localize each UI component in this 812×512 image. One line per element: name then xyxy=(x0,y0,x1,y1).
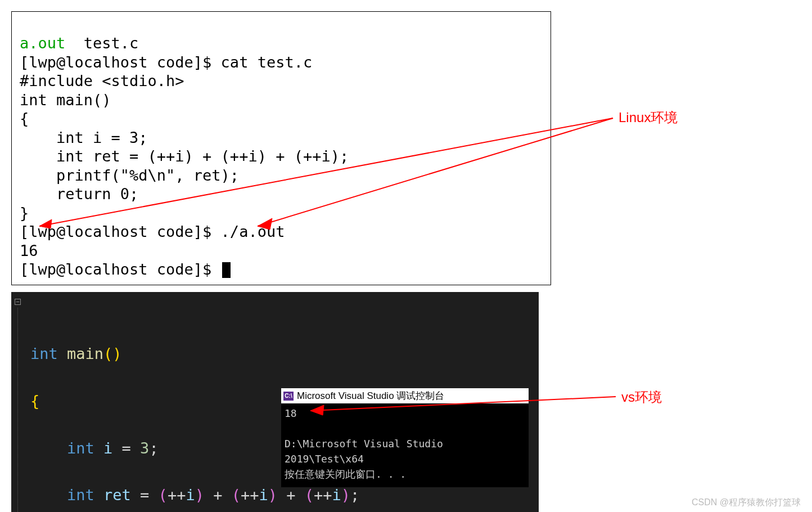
src-include: #include <stdio.h> xyxy=(20,72,184,89)
cursor-icon xyxy=(222,262,231,278)
fold-line xyxy=(17,308,18,512)
prompt-idle: [lwp@localhost code]$ xyxy=(20,261,221,278)
linux-terminal: a.out test.c [lwp@localhost code]$ cat t… xyxy=(11,11,551,285)
ide-line-sig: int main() xyxy=(11,342,539,366)
watermark: CSDN @程序猿教你打篮球 xyxy=(692,497,801,509)
src-decl-ret: int ret = (++i) + (++i) + (++i); xyxy=(20,147,349,165)
vs-press-key: 按任意键关闭此窗口. . . xyxy=(285,468,406,480)
src-return: return 0; xyxy=(20,185,138,203)
ls-aout: a.out xyxy=(20,34,65,52)
label-vs-env: vs环境 xyxy=(621,388,662,406)
src-main: int main() xyxy=(20,91,111,109)
vs-path: D:\Microsoft Visual Studio 2019\Test\x64 xyxy=(285,438,449,465)
vs-console-titlebar: C:\ Microsoft Visual Studio 调试控制台 xyxy=(281,388,529,403)
prompt-run: [lwp@localhost code]$ ./a.out xyxy=(20,223,285,240)
ls-testc: test.c xyxy=(84,34,139,52)
vs-console-body: 18 D:\Microsoft Visual Studio 2019\Test\… xyxy=(281,403,529,487)
src-brace-close: } xyxy=(20,204,29,222)
fold-minus-icon[interactable] xyxy=(15,299,21,305)
prompt-cat: [lwp@localhost code]$ cat test.c xyxy=(20,53,312,71)
vs-debug-console: C:\ Microsoft Visual Studio 调试控制台 18 D:\… xyxy=(281,388,529,487)
label-linux-env: Linux环境 xyxy=(619,109,678,127)
vs-console-title: Microsoft Visual Studio 调试控制台 xyxy=(297,389,444,402)
gutter xyxy=(11,292,28,512)
src-brace-open: { xyxy=(20,110,29,127)
src-printf: printf("%d\n", ret); xyxy=(20,167,239,184)
src-decl-i: int i = 3; xyxy=(20,129,148,146)
vs-icon: C:\ xyxy=(283,392,294,401)
vs-output: 18 xyxy=(285,407,297,419)
linux-output: 16 xyxy=(20,242,38,259)
